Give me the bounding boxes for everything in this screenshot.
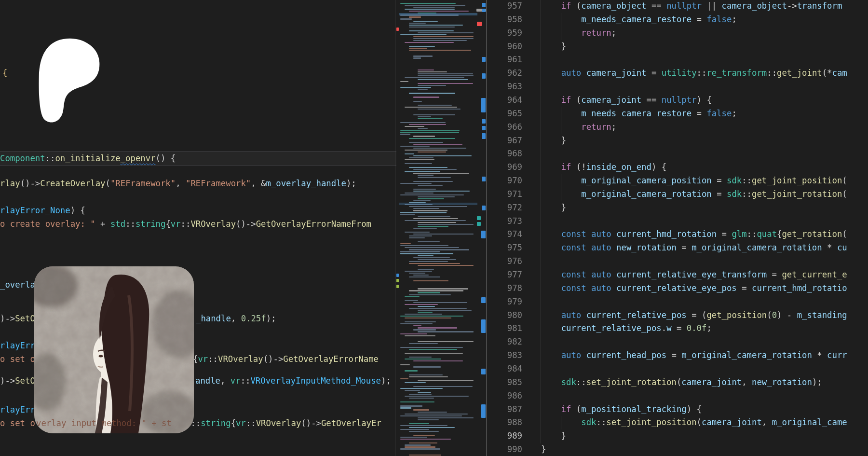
line-number[interactable]: 970 — [486, 174, 522, 188]
code-line[interactable]: } — [561, 201, 566, 215]
line-number[interactable]: 957 — [486, 0, 522, 13]
minimap-row — [413, 228, 437, 229]
line-number[interactable]: 967 — [486, 134, 522, 148]
line-number[interactable]: 987 — [486, 403, 522, 416]
ruler-marker — [477, 222, 481, 226]
code-line[interactable]: const auto current_hmd_rotation = glm::q… — [561, 228, 847, 241]
minimap-row — [400, 425, 448, 426]
code-line[interactable]: const auto new_rotation = m_original_cam… — [561, 241, 847, 255]
line-number[interactable]: 973 — [486, 215, 522, 228]
code-line[interactable]: rlayError_None) { — [0, 204, 85, 218]
line-number[interactable]: 985 — [486, 376, 522, 389]
code-line[interactable]: _overla — [0, 278, 35, 292]
right-editor-pane[interactable]: 9579589599609619629639649659669679689699… — [486, 0, 868, 456]
code-token: ()-> — [263, 354, 284, 364]
line-number[interactable]: 962 — [486, 67, 522, 80]
code-line[interactable]: andle, vr::VROverlayInputMethod_Mouse); — [195, 374, 391, 388]
code-token: current_hmd_rotatio — [752, 283, 847, 293]
left-editor-pane[interactable]: {Component::on_initialize_openvr() {rlay… — [0, 0, 396, 456]
code-line[interactable]: auto current_head_pos = m_original_camer… — [561, 349, 847, 362]
minimap-row — [405, 271, 432, 272]
code-line[interactable]: m_needs_camera_restore = false; — [581, 107, 737, 121]
line-number[interactable]: 986 — [486, 389, 522, 403]
line-number[interactable]: 989 — [486, 429, 522, 443]
line-number[interactable]: 980 — [486, 309, 522, 322]
line-number[interactable]: 972 — [486, 201, 522, 215]
line-number[interactable]: 979 — [486, 295, 522, 309]
code-line[interactable]: sdk::set_joint_rotation(camera_joint, ne… — [561, 376, 822, 389]
code-line[interactable]: return; — [581, 121, 616, 134]
line-number[interactable]: 960 — [486, 40, 522, 54]
line-number[interactable]: 977 — [486, 268, 522, 282]
line-number[interactable]: 978 — [486, 282, 522, 295]
line-number[interactable]: 975 — [486, 241, 522, 255]
code-line[interactable]: Component::on_initialize_openvr() { — [0, 152, 176, 166]
code-line[interactable]: auto current_relative_pos = (get_positio… — [561, 309, 847, 322]
line-number[interactable]: 969 — [486, 161, 522, 174]
code-line[interactable]: if (!inside_on_end) { — [561, 161, 667, 174]
line-number[interactable]: 964 — [486, 94, 522, 107]
line-number[interactable]: 974 — [486, 228, 522, 241]
minimap-row — [409, 398, 434, 399]
minimap-row — [400, 18, 412, 19]
line-number[interactable]: 966 — [486, 121, 522, 134]
line-number[interactable]: 963 — [486, 80, 522, 94]
minimap[interactable] — [399, 0, 477, 456]
code-line[interactable]: rlay()->CreateOverlay("REFramework", "RE… — [0, 177, 356, 191]
code-token: CreateOverlay — [40, 179, 105, 188]
minimap-row — [400, 34, 447, 35]
code-line[interactable]: return; — [581, 27, 616, 40]
code-line[interactable]: m_original_camera_position = sdk::get_jo… — [581, 174, 847, 188]
left-pane-scrollbar-edge[interactable] — [395, 0, 396, 456]
code-line[interactable]: sdk::set_joint_position(camera_joint, m_… — [581, 416, 847, 429]
code-line[interactable]: const auto current_relative_eye_transfor… — [561, 268, 847, 282]
minimap-row — [405, 9, 455, 10]
code-line[interactable]: _handle, 0.25f); — [196, 312, 276, 326]
line-number[interactable]: 965 — [486, 107, 522, 121]
line-number[interactable]: 983 — [486, 349, 522, 362]
indent-guide — [561, 121, 561, 134]
code-line[interactable]: { — [2, 67, 7, 80]
code-line[interactable]: auto camera_joint = utility::re_transfor… — [561, 67, 847, 80]
overview-ruler[interactable] — [476, 0, 486, 456]
line-number[interactable]: 961 — [486, 53, 522, 67]
code-line[interactable]: if (camera_joint == nullptr) { — [561, 94, 712, 107]
dimmed-code-text: verlay input method: " + st — [36, 417, 172, 430]
line-number[interactable]: 982 — [486, 335, 522, 349]
line-number[interactable]: 981 — [486, 322, 522, 335]
code-line[interactable]: d::string{vr::VROverlay()->GetOverlayEr — [186, 417, 381, 430]
minimap-row — [418, 341, 474, 342]
code-line[interactable]: } — [561, 134, 566, 148]
code-line[interactable]: if (m_positional_tracking) { — [561, 403, 702, 416]
code-line[interactable]: } — [541, 443, 546, 456]
line-number[interactable]: 976 — [486, 255, 522, 268]
code-line[interactable]: {vr::VROverlay()->GetOverlayErrorName — [193, 353, 379, 366]
code-line[interactable]: if (camera_object == nullptr || camera_o… — [561, 0, 842, 13]
line-number[interactable]: 988 — [486, 416, 522, 429]
line-number[interactable]: 958 — [486, 13, 522, 27]
line-number[interactable]: 984 — [486, 362, 522, 376]
line-number[interactable]: 990 — [486, 443, 522, 456]
line-number[interactable]: 971 — [486, 188, 522, 201]
code-line[interactable]: o set o — [0, 417, 35, 430]
minimap-row — [409, 16, 421, 17]
code-line[interactable]: } — [561, 429, 566, 443]
code-line[interactable]: current_relative_pos.w = 0.0f; — [561, 322, 712, 335]
code-line[interactable]: rlayErr — [0, 403, 35, 417]
code-token: string — [201, 418, 231, 428]
code-line[interactable]: } — [561, 40, 566, 54]
code-line[interactable]: m_needs_camera_restore = false; — [581, 13, 737, 27]
code-line[interactable]: m_original_camera_rotation = sdk::get_jo… — [581, 188, 847, 201]
line-number[interactable]: 968 — [486, 147, 522, 161]
minimap-row — [418, 222, 456, 223]
code-line[interactable]: )->SetO — [0, 312, 35, 326]
line-number[interactable]: 959 — [486, 27, 522, 40]
code-line[interactable]: )->SetO — [0, 374, 35, 388]
code-token: () { — [156, 153, 176, 163]
code-line[interactable]: rlayErr — [0, 339, 35, 353]
pane-divider[interactable] — [486, 0, 487, 456]
code-line[interactable]: o set o — [0, 353, 35, 366]
code-line[interactable]: const auto current_relative_eye_pos = cu… — [561, 282, 847, 295]
minimap-row — [400, 253, 453, 254]
code-line[interactable]: o create overlay: " + std::string{vr::VR… — [0, 218, 371, 231]
